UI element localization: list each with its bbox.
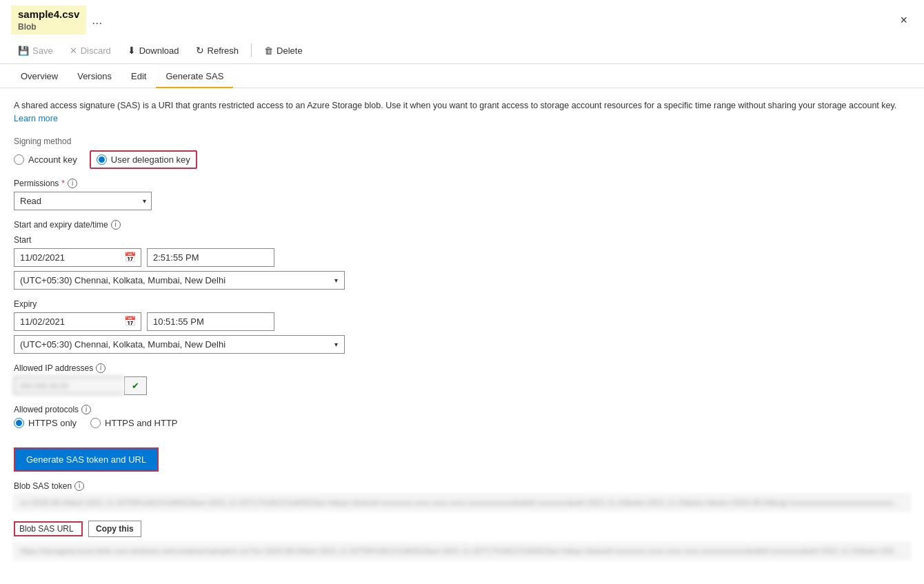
download-button[interactable]: ⬇ Download: [121, 41, 186, 59]
permissions-select-wrapper: Read Write Delete List Add Create ▾: [14, 192, 152, 210]
user-delegation-key-radio[interactable]: User delegation key: [90, 150, 197, 169]
save-label: Save: [32, 46, 53, 56]
save-button[interactable]: 💾 Save: [11, 42, 60, 59]
generate-sas-button[interactable]: Generate SAS token and URL: [14, 447, 159, 472]
permissions-group: Permissions * i Read Write Delete List A…: [14, 179, 910, 210]
https-only-label: HTTPS only: [28, 418, 77, 428]
blob-sas-token-info-icon[interactable]: i: [74, 481, 84, 491]
filename: sample4.csv: [18, 8, 79, 20]
blob-sas-url-row: Blob SAS URL Copy this: [14, 521, 910, 537]
allowed-protocols-group: Allowed protocols i HTTPS only HTTPS and…: [14, 405, 910, 428]
expiry-date-input[interactable]: [14, 312, 141, 331]
allowed-ip-input[interactable]: [14, 376, 124, 394]
permissions-info-icon[interactable]: i: [68, 179, 77, 188]
expiry-datetime-row: 📅: [14, 312, 910, 331]
account-key-radio-input[interactable]: [14, 154, 24, 165]
blob-sas-url-value-row: https://storageaccount.blob.core.windows…: [14, 543, 910, 559]
permissions-label: Permissions * i: [14, 179, 910, 188]
expiry-tz-wrapper: (UTC+05:30) Chennai, Kolkata, Mumbai, Ne…: [14, 335, 345, 354]
expiry-date-wrap: 📅: [14, 312, 141, 331]
discard-icon: ✕: [70, 46, 77, 56]
blob-sas-url-label: Blob SAS URL: [14, 521, 83, 536]
toolbar-divider: [251, 43, 252, 57]
tab-versions[interactable]: Versions: [68, 64, 121, 88]
title-bar: sample4.csv Blob ... ×: [0, 0, 924, 37]
signing-method-group: Signing method Account key User delegati…: [14, 137, 910, 169]
refresh-label: Refresh: [208, 46, 239, 56]
title-ellipsis[interactable]: ...: [92, 13, 102, 28]
copy-button[interactable]: Copy this: [88, 521, 141, 537]
datetime-info-icon[interactable]: i: [111, 220, 121, 230]
start-timezone-wrap: (UTC+05:30) Chennai, Kolkata, Mumbai, Ne…: [14, 271, 910, 290]
start-tz-wrapper: (UTC+05:30) Chennai, Kolkata, Mumbai, Ne…: [14, 271, 345, 290]
allowed-ip-info-icon[interactable]: i: [96, 363, 106, 373]
tab-generate-sas[interactable]: Generate SAS: [156, 64, 233, 88]
user-delegation-key-label: User delegation key: [111, 154, 190, 165]
expiry-timezone-select[interactable]: (UTC+05:30) Chennai, Kolkata, Mumbai, Ne…: [14, 335, 345, 354]
datetime-label: Start and expiry date/time i: [14, 220, 910, 230]
discard-label: Discard: [81, 46, 111, 56]
tab-edit[interactable]: Edit: [121, 64, 156, 88]
ip-check-icon[interactable]: ✔: [124, 376, 147, 395]
blob-sas-token-label: Blob SAS token i: [14, 481, 910, 491]
blob-sas-token-group: Blob SAS token i sv=2020-08-04&st=2021-1…: [14, 481, 910, 511]
start-label: Start: [14, 235, 910, 245]
ip-row: ✔: [14, 376, 910, 395]
required-star: *: [61, 179, 65, 188]
allowed-ip-group: Allowed IP addresses i ✔: [14, 363, 910, 395]
start-group: Start 📅 (UTC+05:30) Chennai, Kolkata, Mu…: [14, 235, 910, 290]
expiry-group: Expiry 📅 (UTC+05:30) Chennai, Kolkata, M…: [14, 299, 910, 354]
save-icon: 💾: [18, 46, 29, 56]
allowed-protocols-label: Allowed protocols i: [14, 405, 910, 414]
main-content: A shared access signature (SAS) is a URI…: [0, 88, 924, 580]
learn-more-link[interactable]: Learn more: [14, 114, 58, 123]
start-timezone-select[interactable]: (UTC+05:30) Chennai, Kolkata, Mumbai, Ne…: [14, 271, 345, 290]
expiry-label: Expiry: [14, 299, 910, 309]
refresh-button[interactable]: ↻ Refresh: [189, 41, 246, 59]
signing-method-label: Signing method: [14, 137, 910, 146]
delete-icon: 🗑: [264, 46, 273, 56]
user-delegation-key-radio-input[interactable]: [97, 154, 107, 165]
download-label: Download: [139, 46, 179, 56]
toolbar: 💾 Save ✕ Discard ⬇ Download ↻ Refresh 🗑 …: [0, 37, 924, 64]
https-only-radio[interactable]: HTTPS only: [14, 418, 77, 428]
tab-overview[interactable]: Overview: [11, 64, 68, 88]
filetype: Blob: [18, 22, 37, 32]
signing-method-radio-group: Account key User delegation key: [14, 150, 910, 169]
protocol-row: HTTPS only HTTPS and HTTP: [14, 418, 910, 428]
https-http-radio[interactable]: HTTPS and HTTP: [90, 418, 177, 428]
delete-label: Delete: [277, 46, 303, 56]
allowed-protocols-info-icon[interactable]: i: [81, 405, 91, 414]
https-http-label: HTTPS and HTTP: [105, 418, 177, 428]
start-time-input[interactable]: [147, 248, 274, 267]
account-key-label: Account key: [28, 154, 77, 165]
start-date-wrap: 📅: [14, 248, 141, 267]
download-icon: ⬇: [128, 45, 136, 56]
expiry-time-input[interactable]: [147, 312, 274, 331]
allowed-ip-label: Allowed IP addresses i: [14, 363, 910, 373]
blob-sas-token-value: sv=2020-08-04&st=2021-11-02T09%3A21%3A55…: [14, 494, 910, 511]
start-date-input[interactable]: [14, 248, 141, 267]
account-key-radio[interactable]: Account key: [14, 154, 77, 165]
description-text: A shared access signature (SAS) is a URI…: [14, 99, 910, 125]
tabs: Overview Versions Edit Generate SAS: [0, 64, 924, 88]
blob-sas-url-group: Blob SAS URL Copy this https://storageac…: [14, 521, 910, 559]
permissions-select[interactable]: Read Write Delete List Add Create: [14, 192, 152, 210]
refresh-icon: ↻: [196, 45, 204, 56]
start-datetime-row: 📅: [14, 248, 910, 267]
delete-button[interactable]: 🗑 Delete: [257, 42, 310, 59]
blob-sas-token-row: sv=2020-08-04&st=2021-11-02T09%3A21%3A55…: [14, 494, 910, 511]
expiry-timezone-wrap: (UTC+05:30) Chennai, Kolkata, Mumbai, Ne…: [14, 335, 910, 354]
blob-sas-url-value: https://storageaccount.blob.core.windows…: [14, 543, 910, 559]
file-title: sample4.csv Blob: [11, 6, 86, 34]
title-bar-left: sample4.csv Blob ...: [11, 6, 102, 34]
discard-button[interactable]: ✕ Discard: [63, 42, 118, 59]
https-only-radio-input[interactable]: [14, 418, 24, 428]
https-http-radio-input[interactable]: [90, 418, 101, 428]
close-button[interactable]: ×: [894, 10, 913, 30]
